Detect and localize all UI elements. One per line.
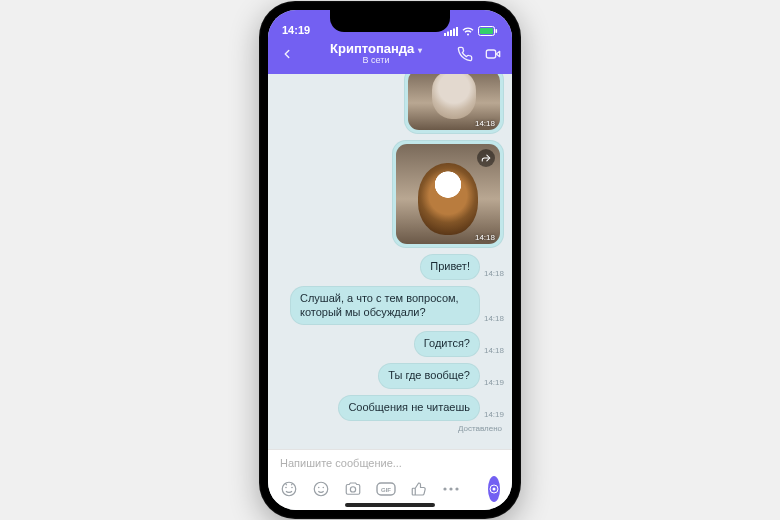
- message-time: 14:19: [484, 378, 504, 389]
- screen: 14:19 Криптопанда ▾ В сети: [268, 10, 512, 510]
- image-message[interactable]: 14:18: [404, 74, 504, 134]
- svg-rect-0: [444, 33, 446, 36]
- message-bubble[interactable]: Сообщения не читаешь: [338, 395, 480, 421]
- camera-icon[interactable]: [344, 479, 362, 499]
- svg-point-13: [318, 487, 320, 489]
- svg-rect-2: [450, 30, 452, 36]
- composer: Напишите сообщение... GIF: [268, 449, 512, 510]
- chat-title-block[interactable]: Криптопанда ▾ В сети: [304, 42, 448, 66]
- chat-header: Криптопанда ▾ В сети: [268, 38, 512, 74]
- message-row: Ты где вообще? 14:19: [276, 363, 504, 389]
- svg-rect-7: [480, 28, 493, 34]
- svg-point-5: [467, 33, 469, 35]
- delivery-status: Доставлено: [276, 424, 504, 433]
- emoji-icon[interactable]: [280, 479, 298, 499]
- back-button[interactable]: [276, 43, 298, 65]
- message-time: 14:18: [484, 314, 504, 325]
- message-bubble[interactable]: Ты где вообще?: [378, 363, 480, 389]
- message-time: 14:18: [484, 346, 504, 357]
- sticker-icon[interactable]: [312, 479, 330, 499]
- call-button[interactable]: [454, 43, 476, 65]
- wifi-icon: [462, 27, 474, 36]
- svg-point-12: [314, 482, 328, 496]
- phone-frame: 14:19 Криптопанда ▾ В сети: [259, 1, 521, 519]
- home-indicator[interactable]: [345, 503, 435, 507]
- chat-subtitle: В сети: [304, 56, 448, 66]
- svg-point-15: [350, 487, 355, 492]
- svg-rect-8: [496, 29, 498, 33]
- svg-rect-1: [447, 31, 449, 36]
- message-row: Привет! 14:18: [276, 254, 504, 280]
- svg-point-14: [323, 487, 325, 489]
- message-bubble[interactable]: Слушай, а что с тем вопросом, который мы…: [290, 286, 480, 326]
- status-time: 14:19: [282, 24, 310, 36]
- svg-rect-9: [486, 50, 495, 58]
- like-icon[interactable]: [410, 479, 428, 499]
- message-time: 14:18: [475, 233, 495, 242]
- battery-icon: [478, 26, 498, 36]
- svg-point-19: [449, 487, 452, 490]
- message-bubble[interactable]: Годится?: [414, 331, 480, 357]
- message-time: 14:18: [484, 269, 504, 280]
- svg-point-22: [493, 488, 496, 491]
- image-message[interactable]: 14:18: [392, 140, 504, 248]
- more-icon[interactable]: [442, 479, 460, 499]
- svg-rect-3: [453, 28, 455, 36]
- svg-point-11: [282, 482, 296, 496]
- video-call-button[interactable]: [482, 43, 504, 65]
- message-time: 14:19: [484, 410, 504, 421]
- notch: [330, 10, 450, 32]
- svg-point-20: [455, 487, 458, 490]
- signal-icon: [444, 27, 458, 36]
- message-row: Сообщения не читаешь 14:19: [276, 395, 504, 421]
- message-bubble[interactable]: Привет!: [420, 254, 480, 280]
- svg-rect-4: [456, 27, 458, 36]
- voice-message-button[interactable]: [488, 476, 500, 502]
- message-row: Годится? 14:18: [276, 331, 504, 357]
- message-time: 14:18: [475, 119, 495, 128]
- gif-icon[interactable]: GIF: [376, 479, 396, 499]
- chat-title: Криптопанда: [330, 41, 414, 56]
- message-row: Слушай, а что с тем вопросом, который мы…: [276, 286, 504, 326]
- message-input[interactable]: Напишите сообщение...: [268, 450, 512, 474]
- svg-point-18: [443, 487, 446, 490]
- message-list[interactable]: 14:18 14:18 Привет! 14:18 Слушай, а что …: [268, 74, 512, 449]
- svg-text:GIF: GIF: [381, 487, 391, 493]
- svg-marker-10: [496, 51, 499, 56]
